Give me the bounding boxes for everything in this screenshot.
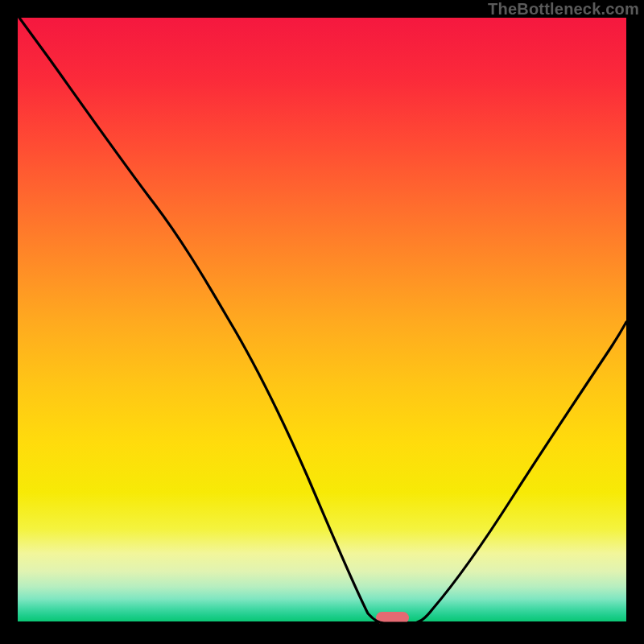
x-axis bbox=[18, 621, 626, 626]
chart-frame: TheBottleneck.com bbox=[0, 0, 644, 644]
plot-gradient-area bbox=[18, 18, 626, 626]
watermark-text: TheBottleneck.com bbox=[488, 0, 639, 19]
y-axis bbox=[13, 18, 18, 626]
optimal-marker bbox=[376, 612, 409, 624]
